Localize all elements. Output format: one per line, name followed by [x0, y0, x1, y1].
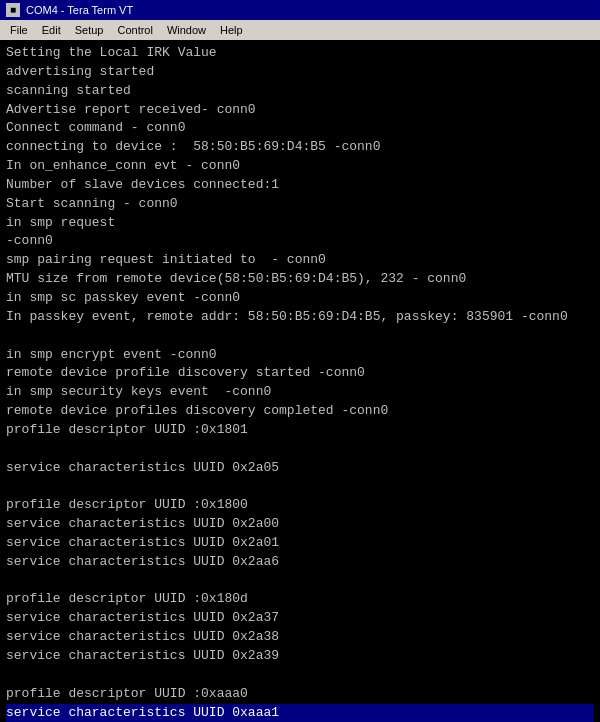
menu-item-help[interactable]: Help — [214, 22, 249, 38]
terminal-line: service characteristics UUID 0x2a00 — [6, 515, 594, 534]
terminal-line: service characteristics UUID 0x2a39 — [6, 647, 594, 666]
menu-item-setup[interactable]: Setup — [69, 22, 110, 38]
terminal-line: scanning started — [6, 82, 594, 101]
terminal-line: service characteristics UUID 0x2a05 — [6, 459, 594, 478]
terminal-line: remote device profile discovery started … — [6, 364, 594, 383]
terminal-line: in smp sc passkey event -conn0 — [6, 289, 594, 308]
terminal-line: smp pairing request initiated to - conn0 — [6, 251, 594, 270]
menu-item-control[interactable]: Control — [111, 22, 158, 38]
terminal: Setting the Local IRK Valueadvertising s… — [0, 40, 600, 722]
terminal-line: MTU size from remote device(58:50:B5:69:… — [6, 270, 594, 289]
terminal-line: connecting to device : 58:50:B5:69:D4:B5… — [6, 138, 594, 157]
terminal-line: -conn0 — [6, 232, 594, 251]
menu-bar: FileEditSetupControlWindowHelp — [0, 20, 600, 40]
menu-item-window[interactable]: Window — [161, 22, 212, 38]
terminal-line: service characteristics UUID 0x2a38 — [6, 628, 594, 647]
terminal-line: In passkey event, remote addr: 58:50:B5:… — [6, 308, 594, 327]
terminal-line — [6, 477, 594, 496]
title-bar-icon: ■ — [6, 3, 20, 17]
terminal-line: Advertise report received- conn0 — [6, 101, 594, 120]
terminal-line — [6, 327, 594, 346]
terminal-line: in smp encrypt event -conn0 — [6, 346, 594, 365]
terminal-line: profile descriptor UUID :0x1800 — [6, 496, 594, 515]
terminal-line: service characteristics UUID 0x2aa6 — [6, 553, 594, 572]
terminal-line — [6, 666, 594, 685]
terminal-line: Connect command - conn0 — [6, 119, 594, 138]
terminal-line: service characteristics UUID 0xaaa1 — [6, 704, 594, 722]
menu-item-file[interactable]: File — [4, 22, 34, 38]
title-bar: ■ COM4 - Tera Term VT — [0, 0, 600, 20]
terminal-line: in smp request — [6, 214, 594, 233]
terminal-line: Start scanning - conn0 — [6, 195, 594, 214]
terminal-line: In on_enhance_conn evt - conn0 — [6, 157, 594, 176]
terminal-line: profile descriptor UUID :0xaaa0 — [6, 685, 594, 704]
terminal-line: service characteristics UUID 0x2a37 — [6, 609, 594, 628]
terminal-line — [6, 440, 594, 459]
menu-item-edit[interactable]: Edit — [36, 22, 67, 38]
terminal-line: Setting the Local IRK Value — [6, 44, 594, 63]
terminal-line: advertising started — [6, 63, 594, 82]
terminal-line: service characteristics UUID 0x2a01 — [6, 534, 594, 553]
terminal-line: Number of slave devices connected:1 — [6, 176, 594, 195]
terminal-line: remote device profiles discovery complet… — [6, 402, 594, 421]
terminal-line — [6, 572, 594, 591]
title-bar-title: COM4 - Tera Term VT — [26, 4, 133, 16]
terminal-line: in smp security keys event -conn0 — [6, 383, 594, 402]
terminal-line: profile descriptor UUID :0x180d — [6, 590, 594, 609]
terminal-line: profile descriptor UUID :0x1801 — [6, 421, 594, 440]
